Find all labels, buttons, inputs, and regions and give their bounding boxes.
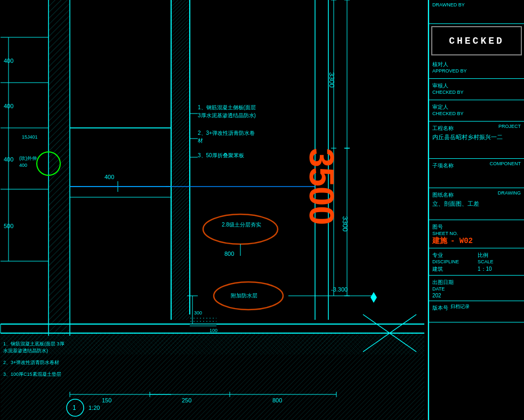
svg-rect-29 xyxy=(171,0,190,320)
svg-text:-3.300: -3.300 xyxy=(331,286,348,293)
svg-text:400: 400 xyxy=(104,174,114,180)
component-label: 子项名称 xyxy=(432,162,454,169)
approved-by-row: 核对人 APPROVED BY xyxy=(429,58,524,79)
main-container: 400 400 400 500 15J401 (吹)外伸 400 xyxy=(0,0,524,420)
svg-text:3300: 3300 xyxy=(341,216,349,232)
svg-text:400: 400 xyxy=(4,58,13,64)
version-en: 归档记录 xyxy=(450,303,470,312)
date-en: DATE xyxy=(432,286,521,292)
svg-text:1: 1 xyxy=(72,404,76,411)
svg-text:1、钢筋混凝土底板(面层    3厚: 1、钢筋混凝土底板(面层 3厚 xyxy=(3,341,65,346)
svg-text:100: 100 xyxy=(209,328,217,333)
svg-text:500: 500 xyxy=(4,223,13,229)
svg-text:400: 400 xyxy=(4,156,13,163)
svg-text:300: 300 xyxy=(194,310,202,316)
svg-text:(吹)外伸: (吹)外伸 xyxy=(19,156,37,161)
discipline-col: 专业 DISCIPLINE 建筑 xyxy=(432,251,475,273)
sheet-no-en: SHEET NO. xyxy=(432,231,521,236)
approved-by-value: 核对人 xyxy=(432,61,521,68)
drawing-name-row: 图纸名称 DRAWING 立、剖面图、工差 xyxy=(429,188,524,220)
discipline-value: 建筑 xyxy=(432,265,475,273)
svg-text:水泥基渗透结晶防水): 水泥基渗透结晶防水) xyxy=(3,348,48,353)
svg-text:3300: 3300 xyxy=(328,72,336,88)
discipline-scale-row: 专业 DISCIPLINE 建筑 比例 SCALE 1：10 xyxy=(429,248,524,276)
svg-text:1:20: 1:20 xyxy=(88,405,100,411)
project-name-row: 工程名称 PROJECT 内丘县岳昭村乡村振兴一二 xyxy=(429,122,524,159)
title-block: DRAWNED BY CHECKED 核对人 APPROVED BY 审核人 C… xyxy=(428,0,524,420)
checked-stamp-row: CHECKED xyxy=(431,26,522,55)
drawing-name-value: 立、剖面图、工差 xyxy=(432,200,521,207)
date-label: 出图日期 xyxy=(432,279,521,286)
version-row: 版本号 归档记录 xyxy=(429,301,524,322)
checked-by-2-row: 审定人 CHECKED BY xyxy=(429,100,524,122)
svg-rect-96 xyxy=(190,324,216,327)
sheet-no-value: 建施 xyxy=(432,236,447,246)
component-row: 子项名称 COMPONENT xyxy=(429,159,524,188)
svg-rect-95 xyxy=(190,317,216,324)
svg-text:2、3+弹改性沥青防水卷材: 2、3+弹改性沥青防水卷材 xyxy=(3,360,59,365)
svg-text:材: 材 xyxy=(197,138,203,143)
drawn-by-label: DRAWNED BY xyxy=(432,2,521,7)
date-value: 202 xyxy=(432,293,521,298)
sheet-no-label: 图号 xyxy=(432,223,443,231)
svg-text:800: 800 xyxy=(224,251,234,257)
svg-text:3厚水泥基渗透结晶防水): 3厚水泥基渗透结晶防水) xyxy=(198,112,256,118)
scale-label: 比例 xyxy=(478,252,521,259)
drawing-name-label: 图纸名称 xyxy=(432,191,454,199)
drawing-area: 400 400 400 500 15J401 (吹)外伸 400 xyxy=(0,0,428,420)
svg-text:附加防水层: 附加防水层 xyxy=(231,293,257,298)
component-en: COMPONENT xyxy=(490,161,521,169)
svg-text:400: 400 xyxy=(19,163,27,168)
version-label: 版本号 xyxy=(432,304,448,312)
svg-text:15J401: 15J401 xyxy=(22,134,38,140)
svg-text:150: 150 xyxy=(102,397,111,403)
svg-text:800: 800 xyxy=(272,397,282,403)
drawing-name-en: DRAWING xyxy=(498,190,521,199)
drawn-by-row: DRAWNED BY xyxy=(429,0,524,24)
date-row: 出图日期 DATE 202 xyxy=(429,276,524,301)
svg-text:2.8级土分层夯实: 2.8级土分层夯实 xyxy=(222,222,261,228)
discipline-label: 专业 xyxy=(432,252,475,259)
svg-text:250: 250 xyxy=(182,397,191,403)
svg-text:3、50厚折叠聚苯板: 3、50厚折叠聚苯板 xyxy=(198,152,244,158)
checked-stamp: CHECKED xyxy=(449,31,504,51)
checked-by-1-label: CHECKED BY xyxy=(432,90,521,95)
project-name-value: 内丘县岳昭村乡村振兴一二 xyxy=(432,133,521,141)
checked-by-1-value: 审核人 xyxy=(432,82,521,90)
discipline-en: DISCIPLINE xyxy=(432,259,475,264)
svg-text:2、3+弹改性沥青防水卷: 2、3+弹改性沥青防水卷 xyxy=(198,130,255,136)
sheet-no-suffix: - W02 xyxy=(450,237,473,245)
scale-value: 1：10 xyxy=(478,265,521,273)
scale-en: SCALE xyxy=(478,259,521,264)
project-name-label: 工程名称 xyxy=(432,125,454,132)
sheet-no-row: 图号 SHEET NO. 建施 - W02 xyxy=(429,220,524,248)
scale-col: 比例 SCALE 1：10 xyxy=(478,251,521,273)
checked-by-1-row: 审核人 CHECKED BY xyxy=(429,79,524,100)
approved-by-label: APPROVED BY xyxy=(432,68,521,74)
svg-text:3、100厚C15素混凝土垫层: 3、100厚C15素混凝土垫层 xyxy=(3,371,61,377)
project-name-en: PROJECT xyxy=(498,124,521,129)
svg-text:400: 400 xyxy=(4,103,13,109)
svg-text:1、钢筋混凝土侧板(面层: 1、钢筋混凝土侧板(面层 xyxy=(198,104,256,110)
drawing-svg: 400 400 400 500 15J401 (吹)外伸 400 xyxy=(0,0,428,420)
checked-by-2-label: CHECKED BY xyxy=(432,111,521,116)
checked-by-2-value: 审定人 xyxy=(432,103,521,111)
